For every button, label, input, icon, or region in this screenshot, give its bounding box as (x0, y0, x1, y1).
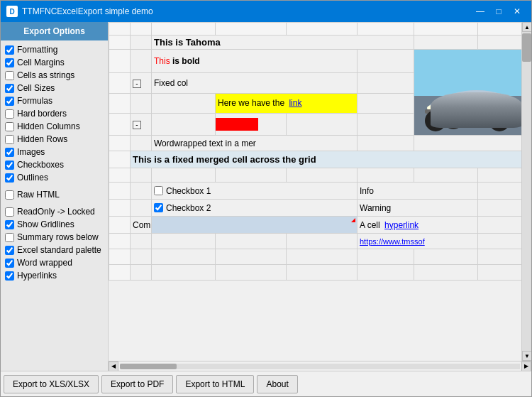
show-gridlines-label: Show Gridlines (17, 219, 74, 229)
sidebar-item-hyperlinks[interactable]: Hyperlinks (2, 269, 106, 282)
svg-rect-0 (414, 50, 521, 96)
sidebar-item-cell-sizes[interactable]: Cell Sizes (2, 82, 106, 94)
bottom-bar: Export to XLS/XLSX Export to PDF Export … (1, 371, 531, 396)
outlines-checkbox[interactable] (5, 173, 14, 183)
raw-html-checkbox[interactable] (5, 190, 14, 200)
outlines-label: Outlines (17, 173, 48, 183)
svg-rect-11 (425, 109, 439, 114)
col-header-g (478, 23, 522, 36)
sidebar-item-outlines[interactable]: Outlines (2, 171, 106, 184)
hidden-rows-label: Hidden Rows (17, 134, 67, 144)
table-row (109, 249, 522, 265)
grid-scroll-area[interactable]: This is Tahoma This (109, 22, 521, 361)
checkboxes-checkbox[interactable] (5, 161, 14, 170)
checkbox2-input[interactable] (154, 203, 163, 212)
hscroll-left-button[interactable]: ◀ (109, 361, 118, 371)
sidebar-item-images[interactable]: Images (2, 146, 106, 158)
vscroll-thumb[interactable] (522, 33, 531, 62)
show-gridlines-checkbox[interactable] (5, 220, 14, 229)
vscroll-down-button[interactable]: ▼ (522, 351, 531, 361)
sidebar-item-word-wrapped[interactable]: Word wrapped (2, 256, 106, 269)
cell-8f (414, 168, 478, 183)
hscroll-thumb[interactable] (120, 364, 177, 369)
images-checkbox[interactable] (5, 148, 14, 157)
formulas-checkbox[interactable] (5, 97, 14, 106)
hard-borders-checkbox[interactable] (5, 109, 14, 119)
checkbox1-input[interactable] (154, 186, 163, 195)
cell-4b (152, 93, 216, 113)
row-header-7 (109, 151, 131, 168)
svg-point-9 (494, 114, 505, 125)
cell-9g (478, 183, 522, 200)
table-row: https://www.tmssof (109, 234, 522, 249)
summary-rows-below-checkbox[interactable] (5, 233, 14, 242)
vertical-scrollbar: ▲ ▼ (521, 22, 531, 361)
cell-this-bold: This is bold (152, 50, 358, 73)
word-wrapped-checkbox[interactable] (5, 259, 14, 268)
sidebar-item-cells-as-strings[interactable]: Cells as strings (2, 69, 106, 82)
col-header-c (216, 23, 287, 36)
formulas-label: Formulas (17, 96, 52, 106)
cell-sizes-label: Cell Sizes (17, 83, 55, 93)
svg-point-7 (448, 114, 459, 125)
cell-8a (131, 168, 152, 183)
col-header-b (152, 23, 216, 36)
cell-https: https://www.tmssof (358, 234, 478, 249)
sidebar-item-hidden-columns[interactable]: Hidden Columns (2, 120, 106, 133)
cell-sizes-checkbox[interactable] (5, 84, 14, 93)
grid-container: This is Tahoma This (109, 22, 531, 371)
hscroll-track[interactable] (120, 364, 520, 369)
expand-button-5[interactable]: - (133, 121, 141, 129)
sidebar-item-readonly-locked[interactable]: ReadOnly -> Locked (2, 205, 106, 218)
checkboxes-label: Checkboxes (17, 160, 64, 170)
tahoma-text: This is Tahoma (154, 37, 221, 48)
sidebar-item-cell-margins[interactable]: Cell Margins (2, 56, 106, 69)
cell-6e (358, 136, 414, 151)
hidden-columns-checkbox[interactable] (5, 122, 14, 131)
checkbox1-container: Checkbox 1 (154, 186, 355, 196)
this-text: This (154, 56, 170, 66)
cell-9a (131, 183, 152, 200)
expand-button-3[interactable]: - (133, 80, 141, 88)
red-cell (216, 118, 258, 131)
cells-as-strings-checkbox[interactable] (5, 71, 14, 80)
cell-checkbox1: Checkbox 1 (152, 183, 358, 200)
export-pdf-button[interactable]: Export to PDF (101, 375, 173, 393)
hyperlink-link[interactable]: hyperlink (384, 220, 419, 230)
https-link[interactable]: https://www.tmssof (360, 237, 425, 246)
vscroll-up-button[interactable]: ▲ (522, 22, 531, 32)
sidebar-item-show-gridlines[interactable]: Show Gridlines (2, 218, 106, 231)
cell-2a (131, 50, 152, 73)
cell-combo-merged (152, 217, 358, 234)
hidden-rows-checkbox[interactable] (5, 135, 14, 144)
sidebar-item-checkboxes[interactable]: Checkboxes (2, 158, 106, 171)
sidebar-item-formatting[interactable]: Formatting (2, 43, 106, 56)
maximize-button[interactable]: □ (490, 4, 507, 18)
cell-8c (216, 168, 287, 183)
link-text[interactable]: link (289, 98, 301, 108)
export-xls-button[interactable]: Export to XLS/XLSX (4, 375, 99, 393)
titlebar: D TTMFNCExcelExport simple demo — □ ✕ (1, 1, 531, 22)
sidebar-item-formulas[interactable]: Formulas (2, 94, 106, 107)
sidebar-item-excel-standard-palette[interactable]: Excel standard palette (2, 244, 106, 256)
sidebar-item-hidden-rows[interactable]: Hidden Rows (2, 133, 106, 146)
formatting-checkbox[interactable] (5, 45, 14, 55)
sidebar-item-raw-html[interactable]: Raw HTML (2, 188, 106, 201)
excel-standard-palette-checkbox[interactable] (5, 246, 14, 255)
about-button[interactable]: About (257, 375, 297, 393)
readonly-locked-checkbox[interactable] (5, 207, 14, 217)
sidebar-item-hard-borders[interactable]: Hard borders (2, 107, 106, 120)
vscroll-track[interactable] (522, 32, 531, 351)
hscroll-right-button[interactable]: ▶ (521, 361, 531, 371)
export-html-button[interactable]: Export to HTML (176, 375, 254, 393)
window-title: TTMFNCExcelExport simple demo (22, 6, 472, 16)
col-header-d (287, 23, 358, 36)
sidebar-item-summary-rows-below[interactable]: Summary rows below (2, 231, 106, 244)
table-row: Combo A cell hyperlink (109, 217, 522, 234)
minimize-button[interactable]: — (472, 4, 489, 18)
cell-margins-checkbox[interactable] (5, 58, 14, 67)
hyperlinks-checkbox[interactable] (5, 271, 14, 281)
close-button[interactable]: ✕ (509, 4, 526, 18)
images-label: Images (17, 147, 45, 157)
table-row: Wordwrapped text in a mer (109, 136, 522, 151)
